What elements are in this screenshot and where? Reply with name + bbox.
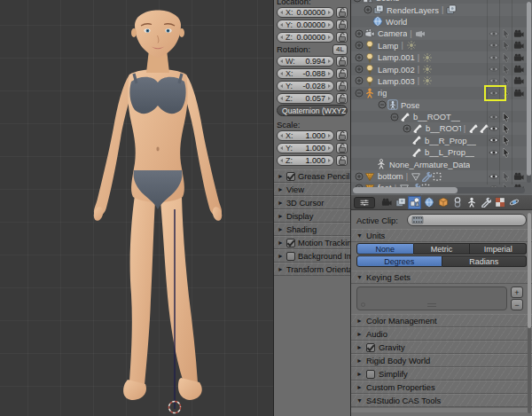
increment-arrow-icon[interactable] bbox=[328, 72, 331, 75]
renderability-toggle-camera-icon[interactable] bbox=[512, 51, 525, 63]
scale-lock-button[interactable] bbox=[336, 130, 348, 141]
rotation-y-field[interactable]: Y:-0.028 bbox=[277, 81, 334, 91]
renderability-toggle-camera-icon[interactable] bbox=[512, 170, 525, 182]
visibility-toggle-eye-icon[interactable] bbox=[488, 27, 500, 39]
visibility-toggle-eye-icon[interactable] bbox=[488, 51, 500, 63]
checkbox[interactable] bbox=[286, 252, 295, 261]
selectability-toggle-cursor-icon[interactable] bbox=[500, 63, 512, 75]
scale-lock-button[interactable] bbox=[336, 143, 348, 153]
active-clip-field[interactable] bbox=[407, 214, 527, 226]
rotation-unit-radians-button[interactable]: Radians bbox=[442, 255, 528, 267]
decrement-arrow-icon[interactable] bbox=[280, 59, 283, 63]
renderability-toggle-camera-icon[interactable] bbox=[512, 63, 525, 75]
rotation-lock-button[interactable]: 4L bbox=[332, 44, 348, 55]
decrement-arrow-icon[interactable] bbox=[280, 84, 283, 88]
decrement-arrow-icon[interactable] bbox=[280, 72, 283, 75]
unit-system-metric-button[interactable]: Metric bbox=[414, 243, 471, 255]
panel-header-s4studio-cas-tools[interactable]: ▼S4Studio CAS Tools bbox=[351, 394, 532, 407]
panel-header-background-imag[interactable]: ►Background Imag bbox=[274, 249, 350, 263]
panel-header-display[interactable]: ►Display bbox=[274, 209, 350, 223]
expand-icon[interactable] bbox=[355, 41, 364, 50]
outliner-vertical-scrollbar[interactable] bbox=[527, 2, 531, 183]
location-z-field[interactable]: Z:0.00000 bbox=[277, 32, 334, 43]
collapse-icon[interactable] bbox=[353, 0, 362, 3]
panel-header-transform-orientation[interactable]: ►Transform Orientation bbox=[274, 263, 350, 276]
renderability-toggle-camera-icon[interactable] bbox=[512, 75, 525, 87]
increment-arrow-icon[interactable] bbox=[328, 146, 331, 150]
scale-lock-button[interactable] bbox=[336, 155, 348, 166]
scale-x-field[interactable]: X:1.000 bbox=[277, 130, 334, 141]
panel-header-color-management[interactable]: ►Color Management bbox=[351, 314, 532, 327]
tab-render[interactable] bbox=[379, 196, 393, 209]
checkbox[interactable] bbox=[286, 172, 295, 181]
expand-icon[interactable] bbox=[364, 5, 372, 14]
tab-texture[interactable] bbox=[493, 196, 506, 209]
rotation-x-field[interactable]: X:-0.088 bbox=[277, 68, 334, 79]
outliner-row[interactable]: rig bbox=[351, 87, 532, 98]
selectability-toggle-cursor-icon[interactable] bbox=[500, 170, 512, 182]
panel-header-rigid-body-world[interactable]: ►Rigid Body World bbox=[351, 354, 532, 367]
selectability-toggle-cursor-icon[interactable] bbox=[500, 146, 512, 158]
increment-arrow-icon[interactable] bbox=[328, 35, 331, 39]
selectability-toggle-cursor-icon[interactable] bbox=[500, 40, 512, 51]
rotation-z-field[interactable]: Z:0.057 bbox=[277, 93, 334, 104]
decrement-arrow-icon[interactable] bbox=[280, 11, 283, 14]
outliner-row[interactable]: b__R_Prop__ bbox=[351, 135, 532, 146]
expand-icon[interactable] bbox=[355, 65, 364, 74]
rotation-w-field[interactable]: W:0.994 bbox=[277, 56, 334, 67]
location-lock-button[interactable] bbox=[336, 20, 348, 30]
expand-icon[interactable] bbox=[355, 29, 364, 38]
resize-grip[interactable] bbox=[427, 303, 436, 307]
increment-arrow-icon[interactable] bbox=[328, 134, 331, 137]
panel-header-gravity[interactable]: ►Gravity bbox=[351, 341, 532, 354]
outliner-row[interactable]: Lamp.002| bbox=[351, 63, 532, 75]
outliner-row[interactable]: Lamp.001| bbox=[351, 51, 532, 63]
checkbox[interactable] bbox=[366, 343, 375, 352]
checkbox[interactable] bbox=[366, 370, 375, 379]
properties-scrollbar[interactable] bbox=[528, 213, 531, 413]
panel-header-view[interactable]: ►View bbox=[274, 183, 350, 196]
visibility-toggle-eye-icon[interactable] bbox=[488, 170, 500, 182]
location-lock-button[interactable] bbox=[336, 7, 348, 18]
increment-arrow-icon[interactable] bbox=[328, 59, 331, 63]
renderability-toggle-camera-icon[interactable] bbox=[512, 40, 525, 51]
outliner-row[interactable]: b__ROOT__ bbox=[351, 111, 532, 122]
scale-y-field[interactable]: Y:1.000 bbox=[277, 143, 334, 153]
tab-object[interactable] bbox=[436, 196, 450, 209]
selectability-toggle-cursor-icon[interactable] bbox=[500, 122, 512, 134]
renderability-toggle-camera-icon[interactable] bbox=[512, 87, 525, 98]
selectability-toggle-cursor-icon[interactable] bbox=[500, 51, 512, 63]
decrement-arrow-icon[interactable] bbox=[280, 134, 283, 137]
outliner-row[interactable]: RenderLayers| bbox=[351, 4, 532, 15]
tab-constraints[interactable] bbox=[450, 196, 464, 209]
expand-icon[interactable] bbox=[355, 172, 364, 181]
selectability-toggle-cursor-icon[interactable] bbox=[500, 135, 512, 146]
increment-arrow-icon[interactable] bbox=[328, 84, 331, 88]
panel-header-motion-tracking[interactable]: ►Motion Tracking bbox=[274, 236, 350, 249]
location-lock-button[interactable] bbox=[336, 32, 348, 43]
character-model[interactable] bbox=[0, 0, 274, 416]
panel-header-custom-properties[interactable]: ►Custom Properties bbox=[351, 381, 532, 394]
rotation-lock-button[interactable] bbox=[336, 56, 348, 67]
increment-arrow-icon[interactable] bbox=[328, 97, 331, 100]
visibility-toggle-eye-icon[interactable] bbox=[488, 40, 500, 51]
visibility-toggle-eye-icon[interactable] bbox=[488, 63, 500, 75]
tab-modifiers[interactable] bbox=[479, 196, 492, 209]
increment-arrow-icon[interactable] bbox=[328, 23, 331, 27]
rotation-mode-dropdown[interactable]: Quaternion (WXYZ) bbox=[277, 105, 348, 116]
location-x-field[interactable]: X:0.00000 bbox=[277, 7, 334, 18]
outliner-row[interactable]: Lamp| bbox=[351, 40, 532, 51]
3d-viewport[interactable] bbox=[0, 0, 274, 416]
outliner-row[interactable]: bottom| bbox=[351, 170, 532, 182]
rotation-lock-button[interactable] bbox=[336, 81, 348, 91]
collapse-icon[interactable] bbox=[355, 89, 364, 98]
panel-header-grease-pencil[interactable]: ►Grease Pencil bbox=[274, 169, 350, 183]
filter-icon[interactable] bbox=[361, 302, 365, 307]
selectability-toggle-cursor-icon[interactable] bbox=[500, 27, 512, 39]
renderability-toggle-camera-icon[interactable] bbox=[512, 27, 525, 39]
outliner-row[interactable]: Pose bbox=[351, 99, 532, 111]
outliner-row[interactable]: b__L_Prop__ bbox=[351, 146, 532, 158]
tab-object-data[interactable] bbox=[465, 196, 478, 209]
scale-z-field[interactable]: Z:1.000 bbox=[277, 155, 334, 166]
decrement-arrow-icon[interactable] bbox=[280, 146, 283, 150]
